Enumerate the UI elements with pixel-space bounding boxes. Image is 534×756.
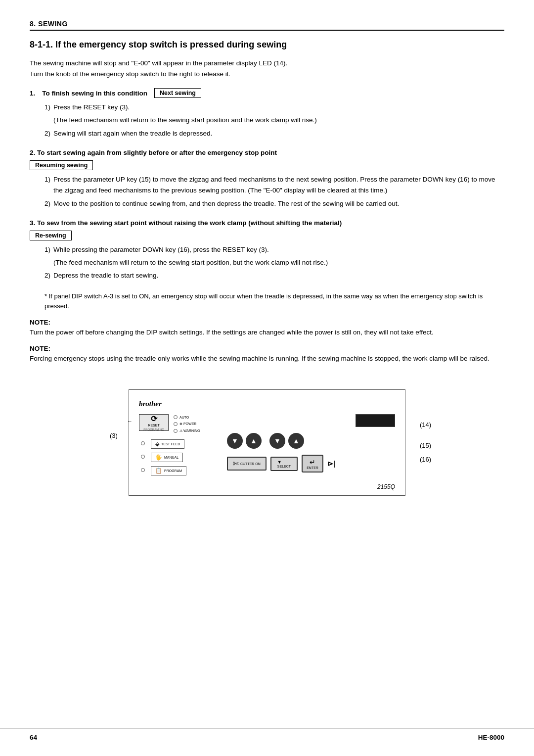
reset-label: RESET: [148, 424, 159, 427]
program-icon: 📋: [155, 468, 162, 474]
brand-logo: brother: [139, 400, 395, 408]
note-2-label: NOTE:: [30, 345, 504, 352]
auto-label: AUTO: [179, 416, 189, 419]
power-label: ⊕ POWER: [179, 422, 196, 426]
manual-btn[interactable]: 🖐 MANUAL: [151, 453, 183, 462]
program-btn[interactable]: 📋 PROGRAM: [151, 466, 186, 475]
indicators-col: AUTO ⊕ POWER ⚠ WARNING: [174, 414, 200, 434]
enter-btn[interactable]: ↵ ENTER: [302, 455, 323, 472]
section-1-number: 1.: [30, 90, 35, 97]
note-1-text: Turn the power off before changing the D…: [30, 327, 504, 338]
test-feed-row: ⬙ TEST FEED: [141, 439, 218, 449]
section-2-steps: Press the parameter UP key (15) to move …: [44, 174, 504, 209]
re-sewing-badge: Re-sewing: [30, 231, 72, 240]
warning-label: ⚠ WARNING: [179, 429, 200, 433]
intro-line-2: Turn the knob of the emergency stop swit…: [30, 70, 230, 78]
step-1-2: Sewing will start again when the treadle…: [44, 128, 504, 139]
power-indicator-row: ⊕ POWER: [174, 422, 200, 426]
step-3-2: Depress the treadle to start sewing.: [44, 270, 504, 281]
up-arrow-right-btn[interactable]: ▲: [288, 433, 304, 449]
section-2: 2. To start sewing again from slightly b…: [30, 149, 504, 209]
intro-text: The sewing machine will stop and "E-00" …: [30, 58, 504, 79]
cutter-label: CUTTER ON: [240, 462, 261, 466]
reset-btn-wrap: ← ⟳ RESET PROGRAM NO: [139, 414, 169, 431]
left-arrow-pair: ▼ ▲: [227, 433, 262, 449]
note-block-1: NOTE: Turn the power off before changing…: [30, 319, 504, 338]
manual-label: MANUAL: [164, 456, 178, 459]
right-arrow-pair: ▼ ▲: [269, 433, 304, 449]
enter-label: ENTER: [307, 466, 318, 470]
cutter-on-btn[interactable]: ✄ CUTTER ON: [227, 457, 267, 471]
cutter-icon: ✄: [233, 460, 239, 468]
led-display-row: [227, 414, 395, 427]
section-2-title: 2. To start sewing again from slightly b…: [30, 149, 504, 156]
step-2-1: Press the parameter UP key (15) to move …: [44, 174, 504, 196]
test-feed-btn[interactable]: ⬙ TEST FEED: [151, 439, 184, 449]
diagram-wrapper: (3) (14) (15) (16) brother ←: [30, 378, 504, 508]
down-arrow-right-btn[interactable]: ▼: [269, 433, 285, 449]
left-arrow: ←: [127, 418, 133, 424]
panel-layout: ← ⟳ RESET PROGRAM NO: [139, 414, 395, 479]
manual-row: 🖐 MANUAL: [141, 453, 218, 462]
step-1-note: (The feed mechanism will return to the s…: [53, 115, 504, 126]
manual-indicator: [141, 455, 147, 459]
figure-number: 2155Q: [139, 483, 395, 490]
callout-16: (16): [420, 456, 431, 463]
select-btn[interactable]: ▼ SELECT: [270, 457, 298, 471]
diagram-outer: (3) (14) (15) (16) brother ←: [129, 378, 405, 508]
step-2-2: Move to the position to continue sewing …: [44, 198, 504, 209]
callout-14: (14): [420, 421, 431, 428]
test-feed-label: TEST FEED: [161, 442, 180, 446]
note-block-2: NOTE: Forcing emergency stops using the …: [30, 345, 504, 364]
star-note: * If panel DIP switch A-3 is set to ON, …: [44, 291, 504, 312]
program-no-label: PROGRAM NO: [143, 428, 164, 431]
reset-button[interactable]: ⟳ RESET PROGRAM NO: [139, 414, 169, 431]
auto-led: [174, 415, 178, 419]
page-number: 64: [30, 734, 37, 741]
program-led: [141, 468, 145, 472]
section-1-steps: Press the RESET key (3). (The feed mecha…: [44, 102, 504, 139]
bottom-btns-row: ✄ CUTTER ON ▼ SELECT ↵ ENTER ⊳|: [227, 455, 395, 472]
model-number: HE-8000: [478, 734, 504, 741]
section-1-title: 1. To finish sewing in this condition Ne…: [30, 88, 504, 98]
note-1-label: NOTE:: [30, 319, 504, 326]
panel-right-col: ▼ ▲ ▼ ▲ ✄: [227, 414, 395, 479]
test-feed-led: [141, 441, 145, 445]
small-icon: ⊳|: [327, 460, 335, 468]
section-1: 1. To finish sewing in this condition Ne…: [30, 88, 504, 139]
step-3-1: While pressing the parameter DOWN key (1…: [44, 244, 504, 255]
section-3-title: 3. To sew from the sewing start point wi…: [30, 219, 504, 227]
power-led: [174, 422, 178, 426]
step-3-note: (The feed mechanism will return to the s…: [53, 257, 504, 268]
intro-line-1: The sewing machine will stop and "E-00" …: [30, 59, 287, 67]
test-feed-icon: ⬙: [155, 441, 159, 447]
section-1-label: To finish sewing in this condition: [42, 90, 147, 97]
resuming-sewing-badge: Resuming sewing: [30, 160, 93, 170]
up-arrow-left-btn[interactable]: ▲: [246, 433, 262, 449]
reset-row: ← ⟳ RESET PROGRAM NO: [139, 414, 218, 434]
arrow-btns-row: ▼ ▲ ▼ ▲: [227, 433, 395, 449]
callout-15: (15): [420, 442, 431, 449]
program-indicator: [141, 468, 147, 472]
panel-left-col: ← ⟳ RESET PROGRAM NO: [139, 414, 218, 479]
section-3-steps: While pressing the parameter DOWN key (1…: [44, 244, 504, 282]
manual-icon: 🖐: [155, 454, 162, 461]
select-label: SELECT: [277, 465, 291, 468]
note-2-text: Forcing emergency stops using the treadl…: [30, 353, 504, 364]
auto-indicator-row: AUTO: [174, 415, 200, 419]
section-header: 8. SEWING: [30, 20, 504, 31]
down-arrow-left-btn[interactable]: ▼: [227, 433, 243, 449]
warning-indicator-row: ⚠ WARNING: [174, 429, 200, 433]
step-1-1: Press the RESET key (3).: [44, 102, 504, 113]
warning-led: [174, 429, 178, 433]
reset-icon: ⟳: [151, 414, 157, 424]
page: 8. SEWING 8-1-1. If the emergency stop s…: [0, 0, 534, 756]
main-title: 8-1-1. If the emergency stop switch is p…: [30, 40, 504, 50]
control-panel-diagram: brother ← ⟳ RESET PROG: [129, 389, 405, 496]
test-feed-indicator: [141, 441, 147, 445]
page-footer: 64 HE-8000: [0, 728, 534, 741]
callout-3: (3): [110, 432, 118, 439]
manual-led: [141, 455, 145, 459]
led-display: [356, 414, 395, 427]
program-row: 📋 PROGRAM: [141, 466, 218, 475]
